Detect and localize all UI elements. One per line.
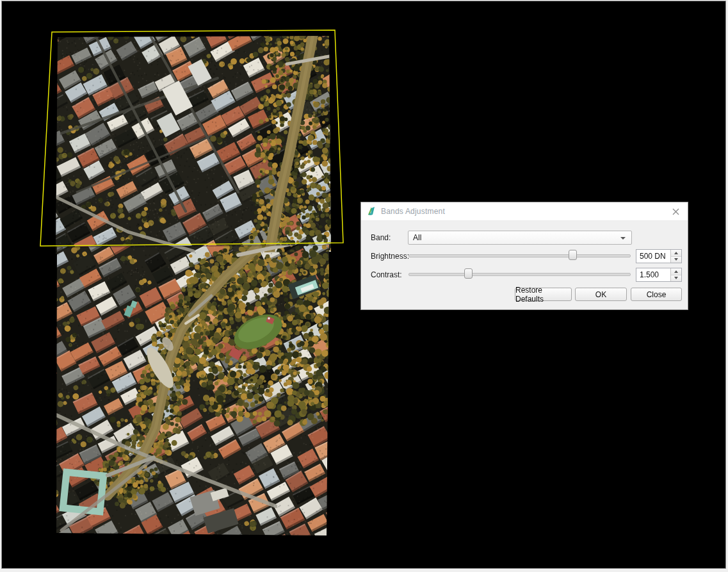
bands-adjustment-dialog: Bands Adjustment Band: All Brightness: C… bbox=[360, 202, 688, 310]
titlebar-close-button[interactable] bbox=[667, 205, 684, 218]
brightness-spin-up-button[interactable] bbox=[671, 250, 681, 256]
brightness-slider[interactable] bbox=[408, 249, 631, 263]
contrast-input[interactable] bbox=[636, 268, 671, 281]
close-button[interactable]: Close bbox=[631, 288, 682, 301]
dialog-title: Bands Adjustment bbox=[381, 207, 445, 216]
brightness-slider-handle[interactable] bbox=[569, 250, 577, 260]
brightness-label: Brightness: bbox=[371, 252, 409, 261]
contrast-slider-handle[interactable] bbox=[464, 268, 473, 279]
dialog-titlebar[interactable]: Bands Adjustment bbox=[361, 202, 688, 221]
close-icon bbox=[672, 208, 679, 215]
contrast-spinbox bbox=[636, 268, 682, 282]
contrast-spin-up-button[interactable] bbox=[671, 268, 681, 275]
band-select[interactable]: All bbox=[408, 231, 632, 245]
band-selected-value: All bbox=[413, 233, 421, 242]
contrast-label: Contrast: bbox=[371, 270, 402, 279]
contrast-slider-groove[interactable] bbox=[408, 273, 631, 276]
ok-button[interactable]: OK bbox=[575, 288, 627, 301]
spin-up-icon bbox=[674, 252, 678, 254]
restore-defaults-button[interactable]: Restore Defaults bbox=[515, 288, 572, 301]
contrast-slider[interactable] bbox=[408, 267, 631, 281]
brightness-input[interactable] bbox=[636, 250, 671, 263]
chevron-down-icon bbox=[620, 237, 626, 240]
spin-down-icon bbox=[674, 277, 678, 279]
contrast-spin-down-button[interactable] bbox=[671, 275, 681, 282]
spin-up-icon bbox=[674, 270, 678, 273]
brightness-spin-down-button[interactable] bbox=[671, 256, 681, 263]
brightness-slider-groove[interactable] bbox=[408, 254, 631, 257]
app-logo-icon bbox=[366, 206, 376, 217]
spin-down-icon bbox=[674, 258, 678, 261]
brightness-spinbox bbox=[636, 249, 682, 263]
band-label: Band: bbox=[371, 233, 391, 242]
